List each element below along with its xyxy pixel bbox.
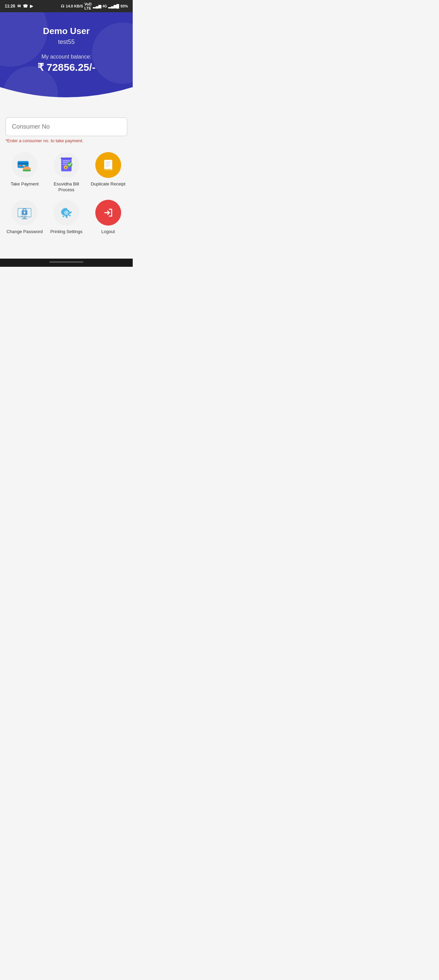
- svg-rect-2: [19, 165, 21, 166]
- hero-username: test55: [7, 38, 126, 46]
- svg-point-32: [26, 215, 27, 216]
- printing-settings-icon: [57, 204, 76, 222]
- hero-section: Demo User test55 My account balance: ₹ 7…: [0, 12, 133, 107]
- esuvidha-bill-icon: $: [57, 156, 76, 174]
- svg-rect-11: [63, 161, 70, 162]
- hero-curve: [0, 87, 133, 107]
- svg-rect-28: [24, 212, 25, 214]
- take-payment-icon-wrap: [11, 152, 37, 178]
- change-password-icon: [15, 204, 34, 222]
- logout-label: Logout: [102, 229, 115, 235]
- lte-icon: 4G: [102, 5, 107, 8]
- bottom-navigation-bar: [0, 259, 133, 267]
- consumer-input-wrap[interactable]: [5, 118, 127, 136]
- take-payment-label: Take Payment: [11, 181, 38, 187]
- svg-point-29: [21, 215, 22, 216]
- actions-grid: Take Payment $: [5, 152, 127, 235]
- esuvidha-bill-icon-wrap: $: [53, 152, 79, 178]
- svg-rect-1: [18, 163, 29, 164]
- logout-icon: [99, 204, 118, 222]
- status-bar: 11:26 ✉ ☎ ▶ ☊ 14.0 KB/S VoDLTE ▂▄▆ 4G ▂▄…: [0, 0, 133, 12]
- battery-display: 93%: [121, 4, 128, 8]
- status-right: ☊ 14.0 KB/S VoDLTE ▂▄▆ 4G ▂▄▆█ 93%: [61, 2, 128, 10]
- svg-point-30: [22, 215, 24, 216]
- svg-rect-21: [105, 163, 110, 164]
- svg-rect-23: [105, 166, 108, 167]
- consumer-error-text: *Enter a consumer no. to take payment.: [5, 138, 127, 143]
- take-payment-button[interactable]: Take Payment: [5, 152, 44, 193]
- network-type: VoDLTE: [84, 2, 92, 10]
- duplicate-receipt-label: Duplicate Receipt: [91, 181, 126, 187]
- network-speed: 14.0 KB/S: [66, 4, 83, 8]
- svg-rect-42: [62, 212, 63, 213]
- message-icon: ✉: [17, 4, 21, 8]
- hero-user-name: Demo User: [7, 26, 126, 37]
- location-icon: ▶: [30, 4, 33, 8]
- svg-rect-44: [69, 215, 70, 216]
- logout-button[interactable]: Logout: [89, 200, 127, 235]
- svg-rect-20: [105, 162, 111, 163]
- printing-settings-label: Printing Settings: [50, 229, 83, 235]
- svg-rect-34: [22, 218, 27, 220]
- whatsapp-icon: ☎: [23, 4, 28, 8]
- duplicate-receipt-icon: [99, 156, 118, 174]
- duplicate-receipt-icon-wrap: [95, 152, 121, 178]
- change-password-button[interactable]: Change Password: [5, 200, 44, 235]
- status-left: 11:26 ✉ ☎ ▶: [5, 4, 33, 8]
- esuvidha-bill-button[interactable]: $ Esuvidha Bill Process: [47, 152, 86, 193]
- svg-rect-22: [105, 165, 110, 165]
- hero-balance-label: My account balance:: [7, 54, 126, 60]
- svg-rect-9: [23, 170, 31, 172]
- svg-rect-46: [63, 215, 64, 217]
- svg-point-31: [24, 215, 25, 216]
- lte-signal-icon: ▂▄▆█: [108, 4, 119, 8]
- main-content: *Enter a consumer no. to take payment.: [0, 107, 133, 245]
- svg-rect-39: [66, 208, 67, 209]
- hero-balance: ₹ 72856.25/-: [7, 61, 126, 73]
- change-password-icon-wrap: [11, 200, 37, 226]
- time-display: 11:26: [5, 4, 15, 8]
- svg-rect-17: [60, 158, 72, 159]
- svg-rect-3: [23, 165, 25, 166]
- printing-settings-icon-wrap: [53, 200, 79, 226]
- consumer-number-input[interactable]: [12, 123, 121, 130]
- signal-icon: ▂▄▆: [93, 4, 101, 8]
- bluetooth-icon: ☊: [61, 4, 64, 8]
- change-password-label: Change Password: [6, 229, 43, 235]
- svg-rect-6: [26, 166, 27, 170]
- esuvidha-bill-label: Esuvidha Bill Process: [47, 181, 86, 193]
- printing-settings-button[interactable]: Printing Settings: [47, 200, 86, 235]
- home-indicator: [49, 261, 83, 263]
- svg-rect-12: [63, 162, 68, 163]
- take-payment-icon: [15, 156, 34, 174]
- logout-icon-wrap: [95, 200, 121, 226]
- duplicate-receipt-button[interactable]: Duplicate Receipt: [89, 152, 127, 193]
- svg-point-48: [65, 212, 67, 213]
